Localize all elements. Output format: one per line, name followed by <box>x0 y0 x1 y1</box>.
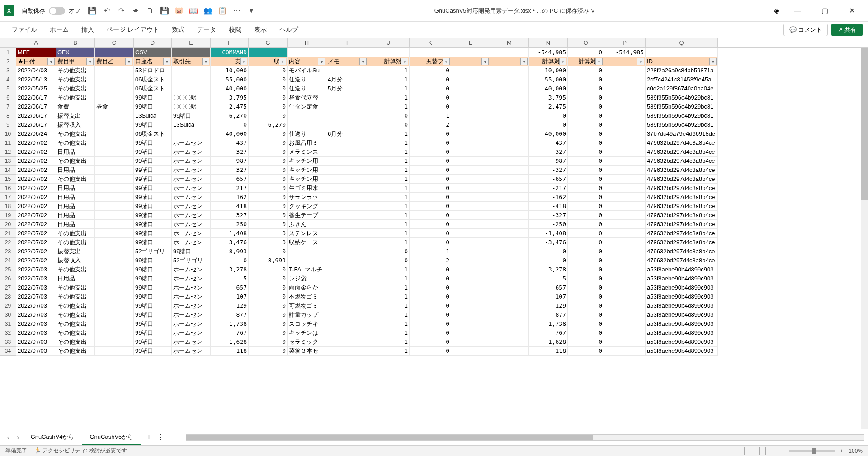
close-button[interactable]: ✕ <box>843 4 861 18</box>
cell-K16[interactable]: 0 <box>410 184 451 193</box>
row-header[interactable]: 10 <box>0 129 16 138</box>
cell-F11[interactable]: 437 <box>211 138 249 147</box>
cell-K19[interactable]: 0 <box>410 211 451 220</box>
status-a11y[interactable]: 🏃 アクセシビリティ: 検討が必要です <box>34 447 127 455</box>
cell-N27[interactable]: -657 <box>529 283 568 292</box>
cell-P23[interactable] <box>604 247 646 256</box>
cell-A21[interactable]: 2022/07/02 <box>16 229 56 238</box>
cell-I18[interactable] <box>326 202 368 211</box>
cell-D31[interactable]: 99諸口 <box>134 319 172 328</box>
row-header[interactable]: 23 <box>0 247 16 256</box>
cell-K10[interactable]: 0 <box>410 129 451 138</box>
cell-G16[interactable]: 0 <box>249 184 288 193</box>
cell-Q4[interactable]: 2cf7c4241c81453f9e45a <box>646 75 718 84</box>
cell-F27[interactable]: 657 <box>211 283 249 292</box>
cell-D27[interactable]: 99諸口 <box>134 283 172 292</box>
cell-P6[interactable] <box>604 93 646 102</box>
cell-N1[interactable]: -544,985 <box>529 48 568 57</box>
cell-G11[interactable]: 0 <box>249 138 288 147</box>
cell-N13[interactable]: -987 <box>529 157 568 166</box>
cell-K32[interactable]: 0 <box>410 328 451 337</box>
cell-K27[interactable]: 0 <box>410 283 451 292</box>
cell-L11[interactable] <box>451 138 490 147</box>
cell-D29[interactable]: 99諸口 <box>134 301 172 310</box>
row-header[interactable]: 33 <box>0 337 16 347</box>
row-header[interactable]: 34 <box>0 347 16 356</box>
cell-I23[interactable] <box>326 247 368 256</box>
row-header[interactable]: 9 <box>0 120 16 129</box>
cell-J15[interactable]: 1 <box>368 175 410 184</box>
zoom-out-icon[interactable]: − <box>781 448 784 454</box>
cell-M30[interactable] <box>490 310 529 319</box>
cell-P8[interactable] <box>604 111 646 120</box>
ribbon-tab-6[interactable]: 校閲 <box>222 23 248 37</box>
cell-B33[interactable]: その他支出 <box>56 337 95 347</box>
cell-Q18[interactable]: 479632bd297d4c3a8b4ce <box>646 202 718 211</box>
cell-I2[interactable]: メモ <box>326 57 368 66</box>
cell-E17[interactable]: ホームセン <box>172 193 211 202</box>
cell-Q28[interactable]: a53f8aebe90b4d899c903 <box>646 292 718 301</box>
cell-D7[interactable]: 99諸口 <box>134 102 172 111</box>
cell-E5[interactable] <box>172 84 211 93</box>
cell-J10[interactable]: 1 <box>368 129 410 138</box>
cell-K18[interactable]: 0 <box>410 202 451 211</box>
col-header-K[interactable]: K <box>410 38 451 48</box>
row-header[interactable]: 18 <box>0 202 16 211</box>
maximize-button[interactable]: ▢ <box>816 4 834 18</box>
cell-P14[interactable] <box>604 166 646 175</box>
cell-L16[interactable] <box>451 184 490 193</box>
cell-I32[interactable] <box>326 328 368 337</box>
cell-E27[interactable]: ホームセン <box>172 283 211 292</box>
cell-I6[interactable] <box>326 93 368 102</box>
cell-A5[interactable]: 2022/05/25 <box>16 84 56 93</box>
cell-C22[interactable] <box>95 238 134 247</box>
cell-A16[interactable]: 2022/07/02 <box>16 184 56 193</box>
cell-N2[interactable]: 計算対象 <box>529 57 568 66</box>
cell-M14[interactable] <box>490 166 529 175</box>
row-header[interactable]: 27 <box>0 283 16 292</box>
cell-F8[interactable]: 6,270 <box>211 111 249 120</box>
cell-K23[interactable]: 1 <box>410 247 451 256</box>
save-icon[interactable]: 💾 <box>88 6 97 15</box>
cell-F14[interactable]: 327 <box>211 166 249 175</box>
cell-F22[interactable]: 3,476 <box>211 238 249 247</box>
cell-M18[interactable] <box>490 202 529 211</box>
cell-J1[interactable] <box>368 48 410 57</box>
cell-D33[interactable]: 99諸口 <box>134 337 172 347</box>
cell-E30[interactable]: ホームセン <box>172 310 211 319</box>
select-all-corner[interactable] <box>0 38 16 48</box>
cell-F5[interactable]: 40,000 <box>211 84 249 93</box>
cell-A3[interactable]: 2022/04/03 <box>16 66 56 75</box>
cell-G4[interactable]: 0 <box>249 75 288 84</box>
cell-N31[interactable]: -1,738 <box>529 319 568 328</box>
cell-E20[interactable]: ホームセン <box>172 220 211 229</box>
cell-K15[interactable]: 0 <box>410 175 451 184</box>
cell-A8[interactable]: 2022/06/17 <box>16 111 56 120</box>
cell-M15[interactable] <box>490 175 529 184</box>
cell-J21[interactable]: 1 <box>368 229 410 238</box>
cell-K25[interactable]: 0 <box>410 265 451 274</box>
cell-E23[interactable]: 99諸口 <box>172 247 211 256</box>
cell-F29[interactable]: 129 <box>211 301 249 310</box>
cell-E26[interactable]: ホームセン <box>172 274 211 283</box>
row-header[interactable]: 17 <box>0 193 16 202</box>
cell-N14[interactable]: -327 <box>529 166 568 175</box>
cell-D32[interactable]: 99諸口 <box>134 328 172 337</box>
cell-F18[interactable]: 418 <box>211 202 249 211</box>
cell-O20[interactable]: 0 <box>568 220 604 229</box>
cell-H22[interactable]: 収納ケース <box>288 238 326 247</box>
cell-J28[interactable]: 1 <box>368 292 410 301</box>
cell-H12[interactable]: メラミンス <box>288 147 326 157</box>
cell-N18[interactable]: -418 <box>529 202 568 211</box>
cell-P9[interactable] <box>604 120 646 129</box>
cell-Q13[interactable]: 479632bd297d4c3a8b4ce <box>646 157 718 166</box>
cell-L3[interactable] <box>451 66 490 75</box>
cell-I27[interactable] <box>326 283 368 292</box>
cell-M9[interactable] <box>490 120 529 129</box>
cell-H14[interactable]: キッチン用 <box>288 166 326 175</box>
cell-O26[interactable]: 0 <box>568 274 604 283</box>
sheet-nav-prev[interactable]: ‹ <box>4 433 13 442</box>
cell-M27[interactable] <box>490 283 529 292</box>
cell-G2[interactable]: 収入 <box>249 57 288 66</box>
cell-E31[interactable]: ホームセン <box>172 319 211 328</box>
